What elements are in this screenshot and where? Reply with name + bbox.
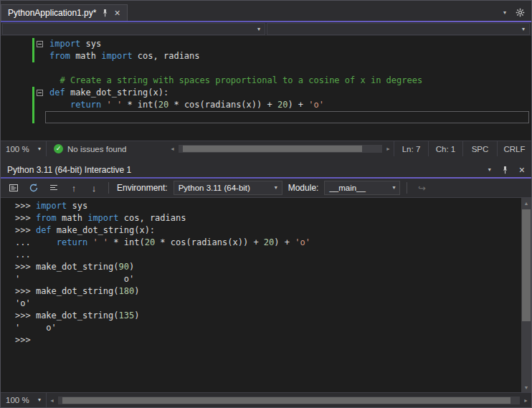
scroll-down-icon[interactable]: ▼	[521, 382, 531, 392]
code-line[interactable]: 'o'	[1, 298, 521, 310]
token-prm: ...	[15, 250, 31, 260]
vertical-scrollbar[interactable]: ▲ ▼	[521, 198, 531, 392]
breakpoint-margin[interactable]	[1, 87, 35, 99]
editor-code[interactable]: import sysfrom math import cos, radians …	[1, 36, 531, 141]
code-line[interactable]: ' o'	[1, 322, 521, 334]
code-line[interactable]: ...	[1, 249, 521, 261]
breakpoint-margin[interactable]	[1, 75, 35, 87]
code-text: ...	[1, 249, 31, 261]
document-health-indicator[interactable]: ✓ No issues found	[47, 144, 167, 153]
environment-dropdown[interactable]: Python 3.11 (64-bit) ▾	[174, 181, 282, 195]
issues-label: No issues found	[67, 145, 126, 153]
token-pl: ' o'	[15, 274, 134, 284]
chevron-down-icon: ▾	[38, 146, 41, 152]
code-line[interactable]: ... return ' ' * int(20 * cos(radians(x)…	[1, 237, 521, 249]
line-ending-indicator[interactable]: CRLF	[497, 141, 531, 156]
code-line[interactable]: # Create a string with spaces proportion…	[1, 75, 531, 87]
token-pl: make_dot_string(x):	[65, 87, 169, 98]
token-pl: )	[134, 310, 139, 321]
code-line[interactable]: from math import cos, radians	[1, 50, 531, 62]
code-line[interactable]: >>>	[1, 334, 521, 346]
scroll-right-icon[interactable]: ►	[383, 146, 394, 151]
code-line[interactable]: ' o'	[1, 273, 521, 285]
environment-value: Python 3.11 (64-bit)	[179, 184, 250, 192]
token-pl: make_dot_string(	[36, 286, 119, 296]
interactive-title: Python 3.11 (64-bit) Interactive 1	[7, 165, 131, 175]
line-indicator: Ln: 7	[394, 141, 428, 156]
code-line[interactable]: >>> make_dot_string(180)	[1, 285, 521, 298]
nav-member-dropdown[interactable]: ▾	[267, 23, 530, 35]
clear-screen-icon[interactable]	[46, 181, 62, 195]
fold-collapse-icon[interactable]	[37, 90, 43, 96]
document-list-dropdown-icon[interactable]: ▾	[503, 10, 506, 16]
vertical-scrollbar-thumb[interactable]	[522, 209, 531, 321]
history-previous-icon[interactable]: ↑	[66, 181, 82, 195]
code-line[interactable]	[1, 111, 531, 123]
code-text: >>> make_dot_string(135)	[1, 310, 139, 322]
interactive-toolbar: ↑ ↓ Environment: Python 3.11 (64-bit) ▾ …	[1, 179, 531, 198]
code-text: import sys	[47, 38, 101, 50]
zoom-value: 100 %	[6, 145, 29, 153]
code-line[interactable]: import sys	[1, 38, 531, 50]
breakpoint-margin[interactable]	[1, 111, 35, 123]
horizontal-scrollbar-thumb[interactable]	[62, 397, 510, 404]
token-prm: >>>	[15, 213, 36, 223]
scroll-right-icon[interactable]: ►	[521, 398, 531, 403]
toolbar-separator	[407, 182, 407, 194]
nav-project-dropdown[interactable]: ▾	[2, 23, 265, 35]
module-dropdown[interactable]: __main__ ▾	[324, 181, 400, 195]
tab-pythonapplication1[interactable]: PythonApplication1.py* ×	[1, 4, 128, 21]
fold-collapse-icon[interactable]	[37, 41, 43, 47]
window-position-dropdown-icon[interactable]: ▾	[488, 167, 491, 173]
pin-tab-icon[interactable]	[101, 9, 109, 17]
breakpoint-margin[interactable]	[1, 99, 35, 111]
interactive-title-bar[interactable]: Python 3.11 (64-bit) Interactive 1 ▾ ×	[1, 162, 531, 177]
zoom-control[interactable]: 100 % ▾	[1, 393, 47, 407]
close-tab-icon[interactable]: ×	[114, 8, 120, 18]
token-pl: math	[57, 213, 87, 223]
code-line[interactable]: def make_dot_string(x):	[1, 87, 531, 99]
change-tracking-bar	[32, 111, 34, 123]
scroll-up-icon[interactable]: ▲	[521, 198, 531, 208]
code-line[interactable]	[1, 62, 531, 75]
token-prm: >>>	[15, 225, 36, 235]
token-num: 20	[158, 100, 168, 110]
change-tracking-bar	[32, 99, 34, 111]
horizontal-scrollbar[interactable]	[58, 397, 520, 404]
repl-code[interactable]: >>> import sys>>> from math import cos, …	[1, 198, 521, 392]
pin-window-icon[interactable]	[501, 166, 509, 174]
code-line[interactable]: >>> from math import cos, radians	[1, 212, 521, 224]
code-line[interactable]: >>> def make_dot_string(x):	[1, 224, 521, 237]
tab-options-gear-icon[interactable]	[516, 8, 525, 17]
token-pl	[36, 237, 57, 247]
scroll-left-icon[interactable]: ◄	[47, 398, 57, 403]
breakpoint-margin[interactable]	[1, 38, 35, 50]
history-next-icon[interactable]: ↓	[86, 181, 102, 195]
vertical-scrollbar-track[interactable]	[521, 208, 531, 382]
token-pl	[101, 100, 106, 110]
window-splitter[interactable]	[1, 156, 531, 162]
code-text: 'o'	[1, 298, 31, 310]
code-line[interactable]: >>> make_dot_string(90)	[1, 261, 521, 273]
interactive-options-icon[interactable]	[6, 181, 22, 195]
zoom-control[interactable]: 100 % ▾	[1, 141, 47, 156]
chevron-down-icon: ▾	[275, 185, 277, 191]
breakpoint-margin[interactable]	[1, 62, 35, 75]
token-prm: ...	[15, 237, 36, 247]
spaces-indicator[interactable]: SPC	[462, 141, 497, 156]
code-line[interactable]: return ' ' * int(20 * cos(radians(x)) + …	[1, 99, 531, 111]
change-tracking-bar	[32, 87, 34, 99]
close-window-icon[interactable]: ×	[519, 165, 525, 175]
outlining-margin	[35, 99, 47, 111]
token-pl	[49, 75, 60, 85]
token-prm: >>>	[15, 286, 36, 296]
reset-icon[interactable]	[26, 181, 42, 195]
scroll-left-icon[interactable]: ◄	[167, 146, 178, 151]
code-line[interactable]: >>> make_dot_string(135)	[1, 310, 521, 322]
token-pl: ' o'	[15, 323, 57, 333]
token-num: 180	[119, 286, 135, 296]
horizontal-scrollbar-thumb[interactable]	[183, 146, 362, 152]
horizontal-scrollbar[interactable]	[179, 145, 382, 153]
code-line[interactable]: >>> import sys	[1, 200, 521, 212]
breakpoint-margin[interactable]	[1, 50, 35, 62]
